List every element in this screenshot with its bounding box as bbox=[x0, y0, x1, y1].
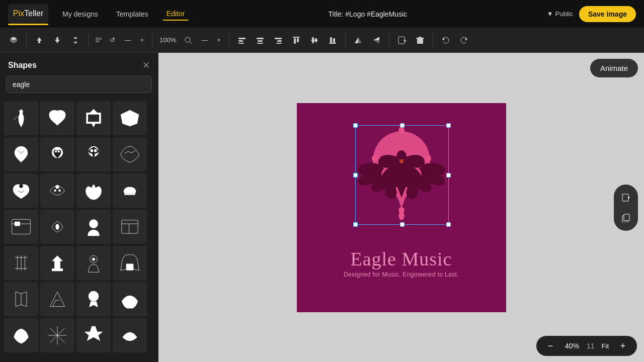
shape-item[interactable] bbox=[40, 318, 74, 352]
animate-btn-wrap: Animate bbox=[590, 59, 638, 77]
public-label: Public bbox=[555, 10, 573, 18]
rotate-plus-button[interactable]: + bbox=[137, 34, 147, 46]
shape-item[interactable] bbox=[4, 173, 38, 208]
undo-button[interactable] bbox=[438, 34, 453, 47]
shape-item[interactable] bbox=[76, 282, 111, 316]
logo-teller: Teller bbox=[24, 9, 43, 18]
shape-item[interactable] bbox=[76, 173, 111, 208]
svg-rect-68 bbox=[126, 263, 134, 270]
shape-item[interactable] bbox=[76, 210, 111, 244]
shape-item[interactable] bbox=[4, 282, 38, 316]
align-center-button[interactable] bbox=[253, 34, 268, 47]
shape-item[interactable] bbox=[4, 318, 38, 352]
zoom-plus-button[interactable]: + bbox=[214, 34, 224, 46]
svg-marker-4 bbox=[55, 40, 60, 43]
svg-marker-30 bbox=[373, 37, 379, 40]
shape-search-input[interactable] bbox=[6, 76, 152, 93]
svg-line-9 bbox=[190, 42, 192, 44]
shape-item[interactable] bbox=[76, 137, 111, 171]
align-left-button[interactable] bbox=[234, 34, 250, 47]
animate-button[interactable]: Animate bbox=[590, 59, 638, 77]
zoom-out-button[interactable]: − bbox=[543, 339, 557, 353]
svg-point-70 bbox=[89, 291, 99, 302]
svg-rect-25 bbox=[329, 43, 336, 44]
save-button[interactable]: Save image bbox=[579, 6, 636, 22]
shape-item[interactable] bbox=[113, 173, 147, 208]
shape-item[interactable] bbox=[40, 282, 74, 316]
shapes-row bbox=[4, 173, 154, 208]
add-element-button[interactable] bbox=[617, 189, 635, 207]
nav-my-designs[interactable]: My designs bbox=[58, 8, 102, 20]
svg-rect-15 bbox=[257, 43, 263, 44]
page-number: 11 bbox=[587, 342, 595, 350]
svg-point-48 bbox=[19, 185, 23, 188]
dropdown-icon: ▼ bbox=[547, 10, 553, 18]
svg-point-8 bbox=[185, 37, 190, 42]
search-wrap bbox=[0, 76, 158, 99]
nav-editor[interactable]: Editor bbox=[163, 8, 189, 21]
shapes-row bbox=[4, 246, 154, 280]
svg-rect-11 bbox=[238, 40, 243, 42]
shape-item[interactable] bbox=[113, 246, 147, 280]
rotate-button[interactable]: ↺ bbox=[107, 34, 118, 46]
shape-item[interactable] bbox=[76, 246, 111, 280]
svg-marker-2 bbox=[37, 37, 42, 41]
flip-v-button[interactable] bbox=[369, 34, 384, 47]
shapes-title: Shapes bbox=[8, 61, 37, 70]
align-middle-button[interactable] bbox=[307, 34, 322, 47]
move-down-button[interactable] bbox=[50, 34, 65, 47]
shape-item[interactable] bbox=[4, 101, 38, 135]
shape-item[interactable] bbox=[113, 210, 147, 244]
svg-rect-16 bbox=[275, 38, 282, 39]
align-right-button[interactable] bbox=[271, 34, 286, 47]
shapes-row bbox=[4, 210, 154, 244]
copy-button[interactable] bbox=[617, 209, 635, 227]
redo-button[interactable] bbox=[456, 34, 471, 47]
shape-item[interactable] bbox=[113, 137, 147, 171]
shape-item[interactable] bbox=[76, 101, 111, 135]
divider-7 bbox=[433, 33, 433, 47]
zoom-minus-button[interactable]: — bbox=[198, 34, 211, 46]
shape-item[interactable] bbox=[40, 246, 74, 280]
shape-item[interactable] bbox=[113, 101, 147, 135]
svg-rect-37 bbox=[419, 37, 422, 38]
shape-item[interactable] bbox=[4, 210, 38, 244]
shape-item[interactable] bbox=[40, 101, 74, 135]
shape-item[interactable] bbox=[113, 318, 147, 352]
align-top-button[interactable] bbox=[289, 34, 304, 47]
shape-item[interactable] bbox=[40, 137, 74, 171]
nav-templates[interactable]: Templates bbox=[112, 8, 152, 20]
zoom-percent: 40% bbox=[562, 342, 582, 350]
svg-rect-14 bbox=[258, 40, 263, 42]
public-button[interactable]: ▼ Public bbox=[547, 10, 573, 18]
zoom-icon[interactable] bbox=[181, 34, 195, 46]
fit-button[interactable]: Fit bbox=[600, 341, 611, 351]
shape-item[interactable] bbox=[40, 210, 74, 244]
zoom-in-button[interactable]: + bbox=[616, 339, 630, 353]
svg-rect-32 bbox=[398, 37, 405, 44]
align-bottom-button[interactable] bbox=[325, 34, 340, 47]
shape-item[interactable] bbox=[113, 282, 147, 316]
shape-item[interactable] bbox=[40, 173, 74, 208]
move-both-button[interactable] bbox=[68, 34, 83, 47]
delete-button[interactable] bbox=[413, 34, 428, 47]
svg-rect-58 bbox=[122, 220, 138, 233]
rotate-minus-button[interactable]: — bbox=[121, 34, 134, 46]
design-canvas[interactable]: Eagle Music Designed for Music. Engineer… bbox=[297, 103, 506, 312]
shape-item[interactable] bbox=[76, 318, 111, 352]
close-panel-button[interactable]: ✕ bbox=[142, 60, 150, 71]
title-value-text: #Logo #EagleMusic bbox=[345, 10, 407, 18]
shape-item[interactable] bbox=[4, 246, 38, 280]
shapes-row bbox=[4, 318, 154, 352]
layer-icon[interactable] bbox=[6, 34, 21, 47]
svg-point-40 bbox=[19, 110, 23, 113]
shape-item[interactable] bbox=[4, 137, 38, 171]
svg-point-44 bbox=[58, 150, 60, 152]
svg-rect-53 bbox=[12, 219, 31, 234]
shapes-row bbox=[4, 101, 154, 135]
move-up-button[interactable] bbox=[32, 34, 47, 47]
flip-h-button[interactable] bbox=[351, 34, 366, 47]
svg-rect-24 bbox=[315, 38, 317, 42]
svg-point-56 bbox=[55, 224, 59, 230]
add-page-button[interactable] bbox=[394, 34, 410, 47]
